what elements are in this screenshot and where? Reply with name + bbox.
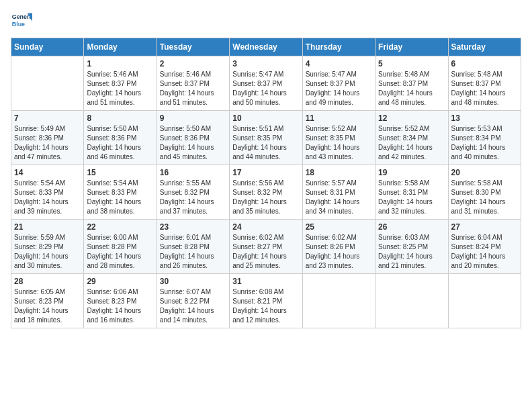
day-cell: 13Sunrise: 5:53 AMSunset: 8:34 PMDayligh…: [448, 111, 521, 165]
day-info: Sunrise: 5:54 AMSunset: 8:33 PMDaylight:…: [14, 179, 81, 216]
day-number: 12: [378, 113, 445, 123]
day-number: 29: [87, 277, 153, 286]
logo-icon: General Blue: [11, 11, 32, 32]
day-info: Sunrise: 5:56 AMSunset: 8:32 PMDaylight:…: [232, 179, 299, 216]
weekday-header-friday: Friday: [375, 38, 448, 56]
day-number: 14: [14, 168, 81, 177]
day-cell: 10Sunrise: 5:51 AMSunset: 8:35 PMDayligh…: [230, 111, 302, 165]
day-number: 26: [378, 222, 445, 232]
day-number: 31: [232, 277, 299, 286]
day-info: Sunrise: 5:57 AMSunset: 8:31 PMDaylight:…: [306, 179, 372, 216]
day-cell: 14Sunrise: 5:54 AMSunset: 8:33 PMDayligh…: [11, 165, 84, 220]
day-info: Sunrise: 5:47 AMSunset: 8:37 PMDaylight:…: [306, 70, 372, 107]
day-cell: 1Sunrise: 5:46 AMSunset: 8:37 PMDaylight…: [84, 56, 157, 111]
day-info: Sunrise: 5:55 AMSunset: 8:32 PMDaylight:…: [160, 179, 226, 216]
day-number: 13: [451, 113, 518, 123]
week-row-0: 1Sunrise: 5:46 AMSunset: 8:37 PMDaylight…: [11, 56, 521, 111]
day-number: 20: [451, 168, 518, 177]
day-number: 2: [160, 59, 226, 68]
day-cell: 25Sunrise: 6:02 AMSunset: 8:26 PMDayligh…: [302, 220, 375, 274]
day-info: Sunrise: 6:08 AMSunset: 8:21 PMDaylight:…: [232, 287, 299, 325]
day-cell: 20Sunrise: 5:58 AMSunset: 8:30 PMDayligh…: [448, 165, 521, 220]
day-info: Sunrise: 5:59 AMSunset: 8:29 PMDaylight:…: [14, 233, 81, 271]
day-cell: 29Sunrise: 6:06 AMSunset: 8:23 PMDayligh…: [84, 274, 157, 328]
day-cell: 5Sunrise: 5:48 AMSunset: 8:37 PMDaylight…: [375, 56, 448, 111]
day-cell: 8Sunrise: 5:50 AMSunset: 8:36 PMDaylight…: [84, 111, 157, 165]
day-cell: 23Sunrise: 6:01 AMSunset: 8:28 PMDayligh…: [157, 220, 229, 274]
day-cell: 24Sunrise: 6:02 AMSunset: 8:27 PMDayligh…: [230, 220, 302, 274]
day-cell: 6Sunrise: 5:48 AMSunset: 8:37 PMDaylight…: [448, 56, 521, 111]
weekday-header-saturday: Saturday: [448, 38, 521, 56]
day-cell: 27Sunrise: 6:04 AMSunset: 8:24 PMDayligh…: [448, 220, 521, 274]
day-number: 9: [160, 113, 226, 123]
day-number: 21: [14, 222, 81, 232]
logo: General Blue: [11, 11, 32, 32]
day-cell: 28Sunrise: 6:05 AMSunset: 8:23 PMDayligh…: [11, 274, 84, 328]
day-info: Sunrise: 6:00 AMSunset: 8:28 PMDaylight:…: [87, 233, 153, 271]
weekday-header-thursday: Thursday: [302, 38, 375, 56]
week-row-3: 21Sunrise: 5:59 AMSunset: 8:29 PMDayligh…: [11, 220, 521, 274]
week-row-1: 7Sunrise: 5:49 AMSunset: 8:36 PMDaylight…: [11, 111, 521, 165]
day-number: 28: [14, 277, 81, 286]
day-cell: 31Sunrise: 6:08 AMSunset: 8:21 PMDayligh…: [230, 274, 302, 328]
day-info: Sunrise: 5:48 AMSunset: 8:37 PMDaylight:…: [378, 70, 445, 107]
day-number: 10: [232, 113, 299, 123]
day-info: Sunrise: 6:03 AMSunset: 8:25 PMDaylight:…: [378, 233, 445, 271]
day-number: 23: [160, 222, 226, 232]
day-info: Sunrise: 5:50 AMSunset: 8:36 PMDaylight:…: [87, 124, 153, 162]
day-info: Sunrise: 5:50 AMSunset: 8:36 PMDaylight:…: [160, 124, 226, 162]
day-cell: 17Sunrise: 5:56 AMSunset: 8:32 PMDayligh…: [230, 165, 302, 220]
day-info: Sunrise: 5:52 AMSunset: 8:35 PMDaylight:…: [306, 124, 372, 162]
day-number: 22: [87, 222, 153, 232]
day-cell: 18Sunrise: 5:57 AMSunset: 8:31 PMDayligh…: [302, 165, 375, 220]
day-number: 4: [306, 59, 372, 68]
day-cell: 16Sunrise: 5:55 AMSunset: 8:32 PMDayligh…: [157, 165, 229, 220]
day-number: 8: [87, 113, 153, 123]
day-info: Sunrise: 5:47 AMSunset: 8:37 PMDaylight:…: [232, 70, 299, 107]
day-info: Sunrise: 5:54 AMSunset: 8:33 PMDaylight:…: [87, 179, 153, 216]
day-number: 17: [232, 168, 299, 177]
day-cell: 9Sunrise: 5:50 AMSunset: 8:36 PMDaylight…: [157, 111, 229, 165]
day-number: 6: [451, 59, 518, 68]
day-cell: 12Sunrise: 5:52 AMSunset: 8:34 PMDayligh…: [375, 111, 448, 165]
day-cell: [375, 274, 448, 328]
weekday-header-wednesday: Wednesday: [230, 38, 302, 56]
day-cell: 2Sunrise: 5:46 AMSunset: 8:37 PMDaylight…: [157, 56, 229, 111]
calendar-body: 1Sunrise: 5:46 AMSunset: 8:37 PMDaylight…: [11, 56, 521, 328]
calendar-table: SundayMondayTuesdayWednesdayThursdayFrid…: [11, 38, 521, 328]
week-row-2: 14Sunrise: 5:54 AMSunset: 8:33 PMDayligh…: [11, 165, 521, 220]
weekday-header-row: SundayMondayTuesdayWednesdayThursdayFrid…: [11, 38, 521, 56]
weekday-header-sunday: Sunday: [11, 38, 84, 56]
day-cell: 3Sunrise: 5:47 AMSunset: 8:37 PMDaylight…: [230, 56, 302, 111]
day-info: Sunrise: 5:58 AMSunset: 8:30 PMDaylight:…: [451, 179, 518, 216]
day-info: Sunrise: 6:04 AMSunset: 8:24 PMDaylight:…: [451, 233, 518, 271]
svg-text:Blue: Blue: [12, 21, 25, 28]
day-cell: [448, 274, 521, 328]
day-number: 11: [306, 113, 372, 123]
day-cell: 21Sunrise: 5:59 AMSunset: 8:29 PMDayligh…: [11, 220, 84, 274]
day-number: 3: [232, 59, 299, 68]
day-info: Sunrise: 5:58 AMSunset: 8:31 PMDaylight:…: [378, 179, 445, 216]
day-cell: 4Sunrise: 5:47 AMSunset: 8:37 PMDaylight…: [302, 56, 375, 111]
week-row-4: 28Sunrise: 6:05 AMSunset: 8:23 PMDayligh…: [11, 274, 521, 328]
day-info: Sunrise: 6:02 AMSunset: 8:26 PMDaylight:…: [306, 233, 372, 271]
day-cell: 7Sunrise: 5:49 AMSunset: 8:36 PMDaylight…: [11, 111, 84, 165]
day-number: 16: [160, 168, 226, 177]
day-cell: 26Sunrise: 6:03 AMSunset: 8:25 PMDayligh…: [375, 220, 448, 274]
day-info: Sunrise: 6:02 AMSunset: 8:27 PMDaylight:…: [232, 233, 299, 271]
day-number: 1: [87, 59, 153, 68]
day-cell: 22Sunrise: 6:00 AMSunset: 8:28 PMDayligh…: [84, 220, 157, 274]
weekday-header-tuesday: Tuesday: [157, 38, 229, 56]
day-info: Sunrise: 5:51 AMSunset: 8:35 PMDaylight:…: [232, 124, 299, 162]
day-number: 18: [306, 168, 372, 177]
day-number: 25: [306, 222, 372, 232]
day-info: Sunrise: 5:52 AMSunset: 8:34 PMDaylight:…: [378, 124, 445, 162]
day-info: Sunrise: 5:48 AMSunset: 8:37 PMDaylight:…: [451, 70, 518, 107]
day-cell: 11Sunrise: 5:52 AMSunset: 8:35 PMDayligh…: [302, 111, 375, 165]
day-cell: [302, 274, 375, 328]
day-number: 7: [14, 113, 81, 123]
day-cell: 19Sunrise: 5:58 AMSunset: 8:31 PMDayligh…: [375, 165, 448, 220]
day-cell: [11, 56, 84, 111]
day-info: Sunrise: 5:53 AMSunset: 8:34 PMDaylight:…: [451, 124, 518, 162]
day-cell: 30Sunrise: 6:07 AMSunset: 8:22 PMDayligh…: [157, 274, 229, 328]
